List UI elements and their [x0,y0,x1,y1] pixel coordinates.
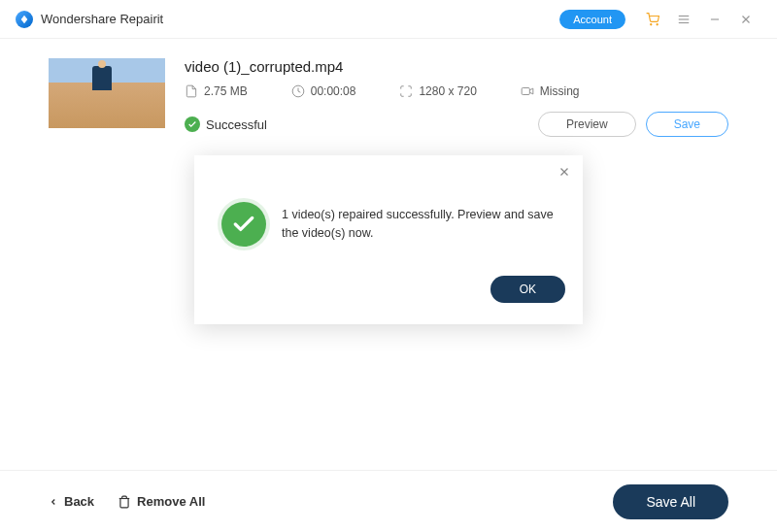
account-button[interactable]: Account [559,10,625,29]
video-info: video (1)_corrupted.mp4 2.75 MB 00:00:08… [185,58,728,137]
clock-icon [291,84,305,98]
success-check-icon [221,202,266,247]
trash-icon [118,495,131,509]
footer: Back Remove All Save All [0,470,777,532]
success-modal: 1 video(s) repaired successfully. Previe… [194,155,583,324]
save-button[interactable]: Save [646,112,728,137]
app-title: Wondershare Repairit [41,12,163,26]
modal-close-icon[interactable] [557,165,571,183]
video-meta-row: 2.75 MB 00:00:08 1280 x 720 Missing [185,84,728,98]
meta-size: 2.75 MB [185,84,248,98]
check-icon [185,116,200,132]
back-button[interactable]: Back [49,494,94,509]
video-actions: Preview Save [538,112,728,137]
fullscreen-icon [399,84,413,98]
meta-device: Missing [521,84,580,98]
meta-resolution: 1280 x 720 [399,84,476,98]
app-logo-icon [16,11,33,28]
meta-duration: 00:00:08 [291,84,356,98]
save-all-button[interactable]: Save All [613,484,728,519]
video-filename: video (1)_corrupted.mp4 [185,58,728,75]
content-area: video (1)_corrupted.mp4 2.75 MB 00:00:08… [0,39,777,137]
svg-point-0 [651,23,652,24]
status-badge: Successful [185,116,267,132]
camera-icon [521,84,534,98]
close-icon[interactable] [738,12,754,27]
svg-rect-9 [522,88,529,95]
titlebar: Wondershare Repairit Account [0,0,777,39]
menu-icon[interactable] [676,12,692,27]
file-icon [185,84,198,98]
cart-icon[interactable] [645,12,660,27]
video-item: video (1)_corrupted.mp4 2.75 MB 00:00:08… [49,58,728,137]
preview-button[interactable]: Preview [538,112,636,137]
remove-all-button[interactable]: Remove All [118,494,205,509]
modal-message: 1 video(s) repaired successfully. Previe… [282,206,556,243]
chevron-left-icon [49,497,58,507]
ok-button[interactable]: OK [490,276,565,303]
svg-point-1 [657,23,658,24]
video-thumbnail[interactable] [49,58,165,128]
status-row: Successful Preview Save [185,112,728,137]
minimize-icon[interactable] [707,12,723,27]
